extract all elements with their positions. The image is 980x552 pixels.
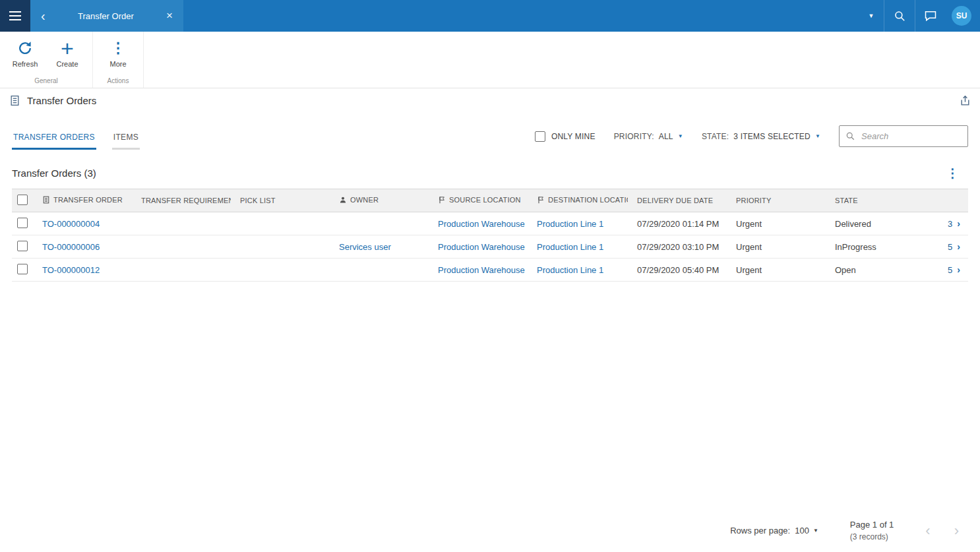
source-location-link[interactable]: Production Warehouse	[438, 219, 525, 229]
refresh-button[interactable]: Refresh	[4, 37, 46, 75]
cell-pick-list	[231, 235, 330, 259]
create-label: Create	[56, 60, 78, 68]
topbar: ‹ Transfer Order × ▼ SU	[0, 0, 980, 32]
priority-filter-label: PRIORITY:	[614, 132, 654, 141]
cell-state: InProgress	[826, 235, 923, 259]
table-row[interactable]: TO-000000006 Services user Production Wa…	[12, 235, 968, 259]
tab-title: Transfer Order	[53, 11, 158, 21]
cell-transfer-requirement	[132, 212, 231, 235]
destination-location-link[interactable]: Production Line 1	[537, 265, 603, 275]
table-row[interactable]: TO-000000012 Production Warehouse Produc…	[12, 259, 968, 282]
table-row[interactable]: TO-000000004 Production Warehouse Produc…	[12, 212, 968, 235]
avatar[interactable]: SU	[952, 6, 971, 26]
column-header-delivery-due-date[interactable]: DELIVERY DUE DATE	[628, 189, 727, 212]
view-tabs: TRANSFER ORDERS ITEMS	[12, 129, 140, 150]
location-flag-icon	[438, 197, 446, 205]
priority-filter-value: ALL	[659, 132, 673, 141]
line-count: 5	[948, 265, 952, 275]
grid-title-row: Transfer Orders (3) ⋮	[12, 166, 968, 181]
chevron-down-icon[interactable]: ▼	[859, 0, 884, 32]
close-icon[interactable]: ×	[162, 9, 177, 22]
more-label: More	[109, 60, 126, 68]
select-all-checkbox[interactable]	[17, 195, 28, 205]
column-header-owner[interactable]: OWNER	[330, 189, 429, 212]
only-mine-filter[interactable]: ONLY MINE	[535, 131, 596, 142]
line-count: 5	[948, 242, 952, 252]
search-box	[839, 125, 968, 147]
tab-items[interactable]: ITEMS	[112, 129, 140, 150]
cell-transfer-requirement	[132, 259, 231, 282]
source-location-link[interactable]: Production Warehouse	[438, 242, 525, 252]
page-title: Transfer Orders	[27, 95, 96, 106]
state-filter-value: 3 ITEMS SELECTED	[733, 132, 811, 141]
search-icon[interactable]	[884, 0, 915, 32]
tab-transfer-orders[interactable]: TRANSFER ORDERS	[12, 129, 96, 150]
menu-button[interactable]	[0, 0, 30, 32]
rows-per-page: Rows per page: 100 ▼	[730, 526, 818, 536]
popout-icon[interactable]	[960, 95, 971, 106]
row-expand-chevron-icon[interactable]: ›	[957, 264, 960, 275]
destination-location-link[interactable]: Production Line 1	[537, 219, 603, 229]
column-header-destination-location[interactable]: DESTINATION LOCATION	[528, 189, 628, 212]
row-expand-chevron-icon[interactable]: ›	[957, 241, 960, 252]
row-checkbox[interactable]	[17, 241, 28, 251]
hamburger-icon	[9, 11, 21, 13]
document-icon	[9, 95, 20, 106]
cell-transfer-requirement	[132, 235, 231, 259]
transfer-orders-table: TRANSFER ORDER TRANSFER REQUIREMENT PICK…	[12, 189, 968, 282]
cell-delivery-due-date: 07/29/2020 05:40 PM	[628, 259, 727, 282]
line-count: 3	[948, 219, 952, 229]
search-icon	[845, 131, 855, 141]
back-icon[interactable]: ‹	[37, 9, 49, 22]
priority-filter-dropdown[interactable]: PRIORITY: ALL ▼	[614, 132, 683, 141]
destination-location-link[interactable]: Production Line 1	[537, 242, 603, 252]
chevron-down-icon: ▼	[815, 133, 820, 139]
toolbar-group-general: Refresh + Create General	[0, 32, 93, 88]
search-input[interactable]	[860, 131, 962, 142]
chevron-down-icon: ▼	[678, 133, 683, 139]
cell-priority: Urgent	[727, 235, 826, 259]
create-button[interactable]: + Create	[46, 37, 88, 75]
transfer-order-link[interactable]: TO-000000012	[42, 265, 100, 275]
cell-state: Open	[826, 259, 923, 282]
more-button[interactable]: ⋮ More	[97, 37, 139, 75]
row-checkbox[interactable]	[17, 218, 28, 228]
previous-page-icon[interactable]: ‹	[925, 524, 930, 538]
toolbar-group-actions: ⋮ More Actions	[93, 32, 144, 88]
cell-priority: Urgent	[727, 212, 826, 235]
state-filter-dropdown[interactable]: STATE: 3 ITEMS SELECTED ▼	[702, 132, 820, 141]
transfer-order-link[interactable]: TO-000000004	[42, 219, 100, 229]
column-header-source-location[interactable]: SOURCE LOCATION	[429, 189, 528, 212]
source-location-link[interactable]: Production Warehouse	[438, 265, 525, 275]
column-header-transfer-requirement[interactable]: TRANSFER REQUIREMENT	[132, 189, 231, 212]
grid-kebab-icon[interactable]: ⋮	[937, 166, 968, 181]
rows-per-page-dropdown[interactable]: 100 ▼	[795, 526, 818, 536]
column-header-state[interactable]: STATE	[826, 189, 923, 212]
chevron-down-icon: ▼	[813, 528, 818, 534]
cell-delivery-due-date: 07/29/2020 01:14 PM	[628, 212, 727, 235]
column-header-transfer-order[interactable]: TRANSFER ORDER	[33, 189, 132, 212]
feedback-icon[interactable]	[915, 0, 946, 32]
toolbar-group-label-general: General	[0, 75, 92, 88]
only-mine-checkbox[interactable]	[535, 131, 545, 142]
state-filter-label: STATE:	[702, 132, 729, 141]
document-icon	[42, 197, 50, 205]
column-header-priority[interactable]: PRIORITY	[727, 189, 826, 212]
only-mine-label: ONLY MINE	[551, 132, 596, 141]
tab-transfer-order[interactable]: ‹ Transfer Order ×	[30, 0, 183, 32]
transfer-order-link[interactable]: TO-000000006	[42, 242, 100, 252]
row-checkbox[interactable]	[17, 264, 28, 274]
page-info: Page 1 of 1	[850, 519, 894, 532]
person-icon	[339, 197, 347, 205]
page-info-block: Page 1 of 1 (3 records)	[850, 519, 894, 543]
next-page-icon[interactable]: ›	[954, 524, 959, 538]
topbar-actions: ▼ SU	[859, 0, 980, 32]
row-expand-chevron-icon[interactable]: ›	[957, 218, 960, 229]
cell-priority: Urgent	[727, 259, 826, 282]
toolbar-group-label-actions: Actions	[93, 75, 143, 88]
filters: ONLY MINE PRIORITY: ALL ▼ STATE: 3 ITEMS…	[535, 125, 968, 150]
column-header-pick-list[interactable]: PICK LIST	[231, 189, 330, 212]
refresh-label: Refresh	[13, 60, 38, 68]
owner-link[interactable]: Services user	[339, 242, 391, 252]
kebab-icon: ⋮	[111, 38, 125, 58]
